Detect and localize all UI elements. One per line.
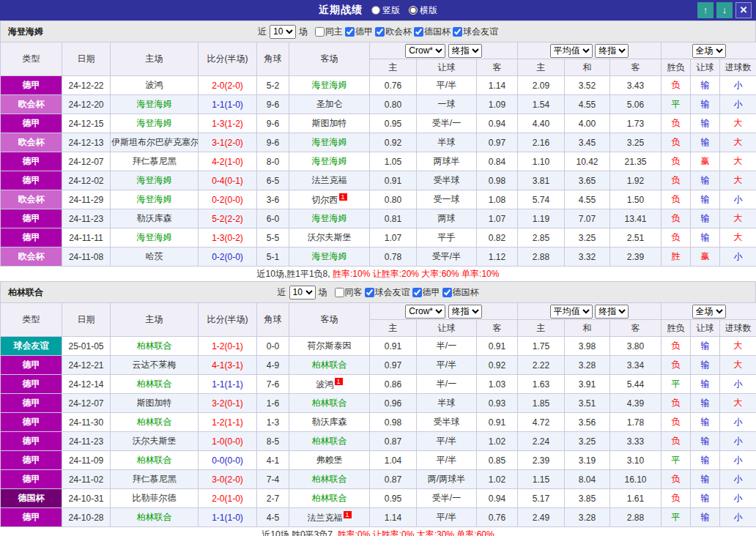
note-badge: 1 [339,193,347,201]
odds-away-cell: 0.91 [477,337,518,356]
corners-cell: 5-1 [257,247,289,267]
odds-away-cell: 1.02 [477,470,518,489]
odds-away-cell: 0.93 [477,394,518,413]
layout-radio-horizontal[interactable]: 横版 [409,4,437,17]
average-stage-select[interactable]: 终指 [595,44,629,58]
score-cell: 0-0(0-0) [199,451,257,470]
bookmaker-select[interactable]: Crow* [405,44,445,58]
filter-checkbox[interactable] [315,27,325,37]
sub-header-avg-away: 客 [610,59,662,76]
date-cell: 24-12-07 [62,152,111,171]
filter-option[interactable]: 德国杯 [414,26,451,38]
avg-draw-cell: 3.51 [565,394,610,413]
summary-rates: 胜率:10% 让胜率:20% 大率:60% 单率:10% [333,269,499,279]
result-outcome-cell: 负 [662,114,691,133]
filter-option[interactable]: 德甲 [412,286,440,299]
date-cell: 24-11-23 [62,209,111,228]
filter-checkbox[interactable] [414,27,423,37]
average-select[interactable]: 平均值 [550,44,593,58]
filter-checkbox[interactable] [453,27,462,37]
home-team-cell: 波鸿 [111,76,199,95]
summary-line: 近10场,胜1平1负8, 胜率:10% 让胜率:20% 大率:60% 单率:10… [0,267,756,281]
corners-cell: 8-0 [257,152,289,171]
titlebar-center: 近期战绩 竖版 横版 [0,4,756,17]
home-team-cell: 海登海姆 [111,228,199,247]
match-row: 德国杯24-10-31比勒菲尔德2-0(1-0)2-7柏林联合0.95受半/一0… [1,489,756,508]
odds-stage-select[interactable]: 终指 [448,305,482,319]
filter-option[interactable]: 球会友谊 [453,26,498,38]
avg-home-cell: 1.10 [518,152,565,171]
filter-option[interactable]: 同客 [335,286,363,299]
odds-stage-select[interactable]: 终指 [448,44,482,58]
filter-option[interactable]: 同主 [315,26,343,38]
sub-header-handicap: 让球 [417,320,477,337]
date-cell: 24-12-20 [62,95,111,114]
avg-home-cell: 2.22 [518,356,565,375]
home-team-cell: 沃尔夫斯堡 [111,432,199,451]
odds-away-cell: 1.12 [477,247,518,267]
vertical-radio-input[interactable] [371,6,380,15]
match-count-select[interactable]: 10 [270,25,296,39]
team-section-1: 海登海姆 近 10 场 同主德甲欧会杯德国杯球会友谊 类型 日期 主场 比分(半… [0,21,756,281]
close-button[interactable]: ✕ [735,2,752,18]
filter-checkbox[interactable] [375,27,385,37]
scroll-up-button[interactable]: ↑ [697,2,714,18]
filter-checkbox[interactable] [442,288,452,297]
odds-handicap-cell: 平手 [417,228,477,247]
titlebar-buttons: ↑ ↓ ✕ [697,2,752,18]
match-row: 德甲24-11-09柏林联合0-0(0-0)4-1弗赖堡1.04平/半0.852… [1,451,756,470]
filter-option[interactable]: 球会友谊 [365,286,410,299]
date-cell: 24-11-30 [62,413,111,432]
average-stage-select[interactable]: 终指 [595,305,629,319]
summary-record: 近10场,胜1平1负8, [257,269,330,279]
filter-option-label: 德甲 [423,286,440,299]
bookmaker-select[interactable]: Crow* [405,305,445,319]
odds-away-cell: 1.02 [477,432,518,451]
match-row: 欧会杯24-12-13伊斯坦布尔巴萨克塞尔3-1(2-0)9-6海登海姆0.92… [1,133,756,152]
corners-cell: 3-6 [257,190,289,209]
odds-handicap-cell: 受半/一 [417,114,477,133]
result-goals-cell: 大 [720,228,756,247]
team-name: 柏林联合 [8,286,43,299]
scope-header: 全场 [662,42,756,59]
filter-checkbox[interactable] [412,288,422,297]
odds-home-cell: 1.14 [370,508,417,527]
scope-select[interactable]: 全场 [692,44,726,58]
filter-checkbox[interactable] [365,288,374,297]
avg-away-cell: 3.33 [610,432,662,451]
filter-near-label: 近 [258,26,267,38]
page-title: 近期战绩 [319,4,363,17]
scope-select[interactable]: 全场 [692,305,726,319]
filter-checkbox[interactable] [345,27,355,37]
odds-home-cell: 0.97 [370,356,417,375]
corners-cell: 6-5 [257,171,289,190]
vertical-radio-label: 竖版 [382,4,400,17]
odds-handicap-cell: 受平/半 [417,247,477,267]
result-handicap-cell: 输 [691,133,720,152]
avg-away-cell: 1.50 [610,190,662,209]
layout-radio-vertical[interactable]: 竖版 [371,4,400,17]
horizontal-radio-input[interactable] [409,6,418,15]
avg-away-cell: 16.10 [610,470,662,489]
match-count-select[interactable]: 10 [289,286,316,299]
avg-away-cell: 2.88 [610,508,662,527]
home-team-cell: 柏林联合 [111,451,199,470]
filter-option[interactable]: 德国杯 [442,286,479,299]
avg-away-cell: 4.39 [610,394,662,413]
league-cell: 欧会杯 [1,133,62,152]
result-outcome-cell: 平 [662,451,691,470]
scroll-down-button[interactable]: ↓ [716,2,733,18]
home-team-cell: 云达不莱梅 [111,356,199,375]
away-team-cell: 柏林联合 [289,489,370,508]
home-team-cell: 比勒菲尔德 [111,489,199,508]
avg-draw-cell: 3.32 [565,247,610,267]
filter-checkbox[interactable] [335,288,344,297]
odds-home-cell: 0.91 [370,337,417,356]
result-outcome-cell: 负 [662,190,691,209]
filter-option[interactable]: 德甲 [345,26,373,38]
average-select[interactable]: 平均值 [550,305,593,319]
filter-option[interactable]: 欧会杯 [375,26,412,38]
filter-option-label: 同客 [345,286,363,299]
league-cell: 德甲 [1,171,62,190]
avg-away-cell: 3.10 [610,451,662,470]
